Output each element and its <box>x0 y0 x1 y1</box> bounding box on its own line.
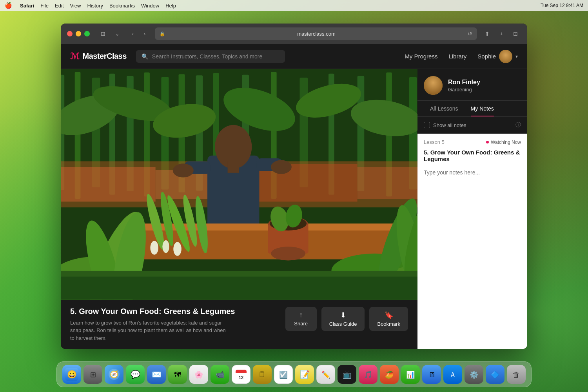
show-all-notes-checkbox[interactable] <box>424 122 430 128</box>
calendar-icon: 12 <box>234 368 248 381</box>
svg-text:Ａ: Ａ <box>449 371 456 379</box>
appstore-icon: Ａ <box>446 368 459 381</box>
watching-dot <box>486 141 489 143</box>
share-browser-button[interactable]: ⬆ <box>482 28 493 39</box>
video-section: 5. Grow Your Own Food: Greens & Legumes … <box>61 69 417 349</box>
dock-item-appstore[interactable]: Ａ <box>443 365 462 384</box>
dock-item-photos[interactable]: 🌸 <box>189 365 208 384</box>
sidebar: Ron Finley Gardening All Lessons My Note… <box>417 69 527 349</box>
browser-toolbar-group: ⊞ ⌄ <box>98 28 123 39</box>
chevron-down-icon: ▾ <box>515 54 518 59</box>
maps-icon: 🗺 <box>171 368 184 381</box>
note-textarea[interactable] <box>417 166 527 225</box>
svg-text:🗺: 🗺 <box>174 371 181 379</box>
dock-item-numbers[interactable]: 📊 <box>401 365 420 384</box>
apple-icon[interactable]: 🍎 <box>5 2 12 9</box>
finder-icon: 😀 <box>65 368 78 381</box>
address-bar[interactable]: 🔒 masterclass.com ↺ <box>155 27 477 40</box>
search-bar[interactable]: 🔍 Search Instructors, Classes, Topics an… <box>136 50 285 63</box>
user-name-label: Sophie <box>477 53 496 60</box>
menubar-window[interactable]: Window <box>141 3 159 9</box>
menubar-app-name[interactable]: Safari <box>20 3 34 9</box>
svg-text:📊: 📊 <box>406 370 415 379</box>
nav-library[interactable]: Library <box>448 53 466 60</box>
video-player[interactable] <box>61 69 417 300</box>
dock-item-mango[interactable]: 🥭 <box>380 365 399 384</box>
instructor-name: Ron Finley <box>448 79 480 86</box>
class-guide-button[interactable]: ⬇ Class Guide <box>321 307 365 331</box>
nav-my-progress[interactable]: My Progress <box>405 53 437 60</box>
dock-item-appletv[interactable]: 📺 <box>338 365 356 384</box>
svg-text:💬: 💬 <box>131 370 140 379</box>
freeform-icon: ✏️ <box>319 368 332 381</box>
dock-item-reminders[interactable]: ☑️ <box>274 365 293 384</box>
tab-my-notes[interactable]: My Notes <box>465 101 500 116</box>
dock-item-logo[interactable]: 🔷 <box>486 365 505 384</box>
bookmark-label: Bookmark <box>377 321 400 327</box>
back-button[interactable]: ‹ <box>127 28 138 39</box>
menubar-history[interactable]: History <box>87 3 103 9</box>
maximize-button[interactable] <box>84 31 90 36</box>
dock-item-finder[interactable]: 😀 <box>62 365 81 384</box>
video-description: Learn how to grow two of Ron's favorite … <box>70 319 227 342</box>
sidebar-toggle-button[interactable]: ⊡ <box>510 28 521 39</box>
tab-all-lessons[interactable]: All Lessons <box>424 101 465 116</box>
svg-rect-29 <box>358 167 417 199</box>
svg-text:🥭: 🥭 <box>385 370 394 379</box>
menubar-help[interactable]: Help <box>165 3 176 9</box>
tab-view-button[interactable]: ⊞ <box>98 28 109 39</box>
dock-item-notes2[interactable]: 📝 <box>295 365 314 384</box>
dock-item-calendar[interactable]: 12 <box>232 365 250 384</box>
svg-text:🔷: 🔷 <box>491 370 500 379</box>
tab-bar: All Lessons My Notes <box>417 101 527 117</box>
new-tab-button[interactable]: + <box>496 28 507 39</box>
reload-icon[interactable]: ↺ <box>468 31 472 37</box>
chevron-expand-button[interactable]: ⌄ <box>112 28 123 39</box>
dock-item-mail[interactable]: ✉️ <box>147 365 166 384</box>
menubar-left: 🍎 Safari File Edit View History Bookmark… <box>5 2 176 9</box>
user-profile-menu[interactable]: Sophie ▾ <box>477 50 518 63</box>
show-all-notes-label[interactable]: Show all notes <box>433 122 466 128</box>
dock-item-music[interactable]: 🎵 <box>359 365 377 384</box>
masterclass-logo[interactable]: ℳ MasterClass <box>70 51 127 62</box>
instructor-avatar <box>424 76 443 95</box>
dock-item-keynote[interactable]: 🖥 <box>422 365 441 384</box>
instructor-card: Ron Finley Gardening <box>417 69 527 101</box>
keynote-icon: 🖥 <box>425 368 438 381</box>
menubar: 🍎 Safari File Edit View History Bookmark… <box>0 0 588 11</box>
info-icon[interactable]: ⓘ <box>515 122 521 129</box>
share-icon: ↑ <box>299 311 303 319</box>
menubar-right: Tue Sep 12 9:41 AM <box>541 3 583 8</box>
minimize-button[interactable] <box>76 31 81 36</box>
svg-text:😀: 😀 <box>67 370 77 379</box>
numbers-icon: 📊 <box>404 368 417 381</box>
dock-item-syspreferences[interactable]: ⚙️ <box>465 365 483 384</box>
dock-item-notes[interactable]: 🗒 <box>253 365 272 384</box>
menubar-view[interactable]: View <box>70 3 81 9</box>
class-guide-label: Class Guide <box>329 321 357 327</box>
menubar-file[interactable]: File <box>40 3 49 9</box>
menubar-edit[interactable]: Edit <box>55 3 64 9</box>
svg-text:🌸: 🌸 <box>194 370 203 379</box>
messages-icon: 💬 <box>129 368 142 381</box>
bookmark-button[interactable]: 🔖 Bookmark <box>369 307 408 331</box>
share-button[interactable]: ↑ Share <box>285 307 317 331</box>
close-button[interactable] <box>67 31 73 36</box>
dock-item-safari[interactable]: 🧭 <box>105 365 123 384</box>
forward-button[interactable]: › <box>139 28 150 39</box>
browser-right-tools: ⬆ + ⊡ <box>482 28 521 39</box>
menubar-bookmarks[interactable]: Bookmarks <box>109 3 135 9</box>
svg-text:12: 12 <box>239 375 243 380</box>
dock-item-freeform[interactable]: ✏️ <box>316 365 335 384</box>
dock-item-trash[interactable]: 🗑 <box>507 365 526 384</box>
video-text-content: 5. Grow Your Own Food: Greens & Legumes … <box>70 307 276 342</box>
dock-item-messages[interactable]: 💬 <box>126 365 145 384</box>
lock-icon: 🔒 <box>160 31 165 36</box>
dock-item-launchpad[interactable]: ⊞ <box>83 365 102 384</box>
dock-item-maps[interactable]: 🗺 <box>168 365 187 384</box>
search-placeholder-text: Search Instructors, Classes, Topics and … <box>152 53 262 60</box>
stickynotes-icon: 📝 <box>298 368 311 381</box>
video-info-bar: 5. Grow Your Own Food: Greens & Legumes … <box>61 300 417 349</box>
url-text: masterclass.com <box>168 31 465 37</box>
dock-item-facetime[interactable]: 📹 <box>211 365 229 384</box>
